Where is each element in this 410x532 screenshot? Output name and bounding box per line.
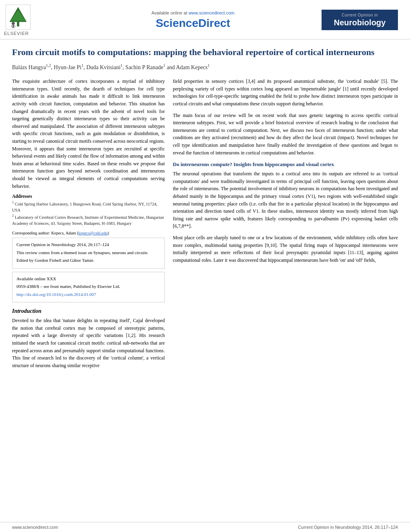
right-text-3: The neuronal operations that transform t… [173, 170, 398, 230]
author5-sup: 1 [208, 63, 210, 68]
author2: , Hyun-Jae Pi [51, 64, 82, 70]
header: ELSEVIER Available online at www.science… [0, 0, 410, 39]
elsevier-label: ELSEVIER [4, 31, 29, 36]
author-and: and [165, 64, 175, 70]
svg-point-5 [12, 22, 14, 25]
introduction-heading: Introduction [12, 308, 165, 314]
page-wrapper: ELSEVIER Available online at www.science… [0, 0, 410, 532]
introduction-text: Devoted to the idea that 'nature delight… [12, 317, 165, 369]
two-column-layout: The exquisite architecture of cortex inc… [12, 78, 398, 373]
corresponding-author: Corresponding author: Kepecs, Adam (kepe… [12, 231, 165, 235]
doi-link[interactable]: http://dx.doi.org/10.1016/j.conb.2014.01… [16, 291, 160, 298]
journal-ref: Current Opinion in Neurobiology 2014, 26… [16, 241, 160, 248]
journal-badge: Current Opinion in Neurobiology [322, 10, 398, 30]
author1-name: Balázs Hangya [12, 64, 46, 70]
footer-left: www.sciencedirect.com [12, 525, 58, 530]
info-box-2: Available online XXX 0959-4388/$ – see f… [12, 272, 165, 303]
website-link[interactable]: www.sciencedirect.com [189, 10, 234, 15]
author4: , Sachin P Ranade [123, 64, 163, 70]
abstract-text: The exquisite architecture of cortex inc… [12, 78, 165, 190]
author3: , Duda Kvitsiani [84, 64, 121, 70]
authors: Balázs Hangya1,2, Hyun-Jae Pi1, Duda Kvi… [12, 62, 398, 72]
addr2-text: Laboratory of Cerebral Cortex Research, … [12, 215, 164, 226]
addresses-text: 1 Cold Spring Harbor Laboratory, 1 Bungt… [12, 200, 165, 227]
logo-right: Direct [198, 17, 230, 29]
logo-left: Science [156, 17, 198, 29]
right-text-2: The main focus of our review will be on … [173, 112, 398, 157]
header-right: Current Opinion in Neurobiology [318, 10, 398, 30]
doi-anchor[interactable]: http://dx.doi.org/10.1016/j.conb.2014.01… [16, 292, 96, 297]
subsection-heading-1: Do interneurons compute? Insights from h… [173, 161, 398, 168]
author1-sup: 1,2 [46, 63, 51, 68]
available-online-text: Available online at www.sciencedirect.co… [68, 10, 318, 15]
footer-right: Current Opinion in Neurobiology 2014, 26… [298, 525, 398, 530]
elsevier-tree-icon [4, 4, 32, 30]
content-area: From circuit motifs to computations: map… [0, 39, 410, 381]
addr2-sup: 2 [12, 214, 14, 218]
author5: Adam Kepecs [175, 64, 208, 70]
right-column: field properties in sensory cortices [3,… [173, 78, 398, 373]
right-text-1: field properties in sensory cortices [3,… [173, 78, 398, 107]
journal-badge-top-text: Current Opinion in [326, 13, 393, 17]
header-left: ELSEVIER [4, 4, 68, 36]
page-footer: www.sciencedirect.com Current Opinion in… [0, 522, 410, 532]
email-link[interactable]: kepecs@cshl.edu [78, 231, 108, 235]
article-title: From circuit motifs to computations: map… [12, 47, 398, 58]
issn-info: 0959-4388/$ – see front matter, Publishe… [16, 283, 160, 290]
addr1-text: Cold Spring Harbor Laboratory, 1 Bungtow… [12, 202, 157, 213]
right-text-4: Most place cells are sharply tuned to on… [173, 234, 398, 264]
info-box: Current Opinion in Neurobiology 2014, 26… [12, 238, 165, 269]
left-column: The exquisite architecture of cortex inc… [12, 78, 165, 373]
sciencedirect-logo: ScienceDirect [68, 17, 318, 30]
elsevier-logo: ELSEVIER [4, 4, 68, 36]
header-center: Available online at www.sciencedirect.co… [68, 10, 318, 30]
edited-by: Edited by Gordon Fishell and Gábor Tamás [16, 257, 160, 264]
addr1-sup: 1 [12, 201, 14, 204]
available-info: Available online XXX [16, 275, 160, 282]
review-note: This review comes from a themed issue on… [16, 249, 160, 256]
addresses-title: Addresses [12, 194, 165, 199]
journal-badge-title: Neurobiology [326, 18, 393, 27]
addresses-box: Addresses 1 Cold Spring Harbor Laborator… [12, 194, 165, 227]
